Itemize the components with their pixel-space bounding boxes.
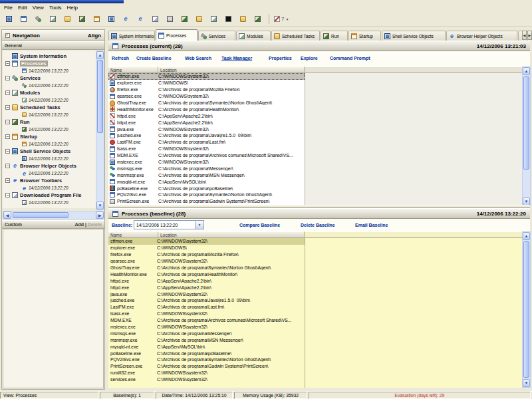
table-row[interactable]: PrintScreen.exeC:\Archivos de programa\G…: [108, 198, 305, 205]
sidebar-item-system-information[interactable]: System Information: [3, 53, 96, 60]
table-row[interactable]: GhostTray.exeC:\Archivos de programa\Sym…: [108, 100, 305, 106]
toolbar-button-8[interactable]: [104, 13, 118, 25]
menu-item-help[interactable]: Help: [66, 4, 82, 11]
table-row[interactable]: httpd.exeC:\AppServ\Apache2.2\bin\: [108, 119, 305, 126]
tree-expander-icon[interactable]: −: [5, 61, 10, 66]
tree-expander-icon[interactable]: −: [5, 178, 10, 183]
tab-processes[interactable]: Processes: [156, 29, 198, 41]
link-command-prompt[interactable]: Command Prompt: [330, 56, 370, 61]
column-header-location[interactable]: Location: [158, 66, 305, 73]
table-row[interactable]: HealthMonitor.exeC:\Archivos de programa…: [108, 271, 305, 277]
tree-item-date[interactable]: e14/12/2006 13:22:20: [3, 170, 96, 177]
table-row[interactable]: pcBaseline.exeC:\Archivos de programa\pc…: [108, 350, 305, 356]
tab-services[interactable]: Services: [198, 31, 235, 41]
sidebar-item-modules[interactable]: −Modules: [3, 89, 96, 96]
table-row[interactable]: msmsgs.exeC:\Archivos de programa\Messen…: [108, 165, 305, 172]
scroll-right-icon[interactable]: ▶: [96, 211, 104, 219]
link-task-manager[interactable]: Task Manager: [221, 56, 252, 61]
add-button[interactable]: Add: [75, 222, 84, 227]
toolbar-button-7[interactable]: [90, 13, 103, 25]
link-web-search[interactable]: Web Search: [185, 56, 211, 61]
table-row[interactable]: msnmsgr.exeC:\Archivos de programa\MSN M…: [108, 336, 305, 343]
tab-startup[interactable]: Startup: [348, 31, 381, 41]
tree-expander-icon[interactable]: −: [5, 120, 10, 124]
scrollbar-thumb[interactable]: [13, 212, 68, 218]
tree-item-date[interactable]: 14/12/2006 13:22:20: [3, 82, 96, 89]
table-row[interactable]: LastFM.exeC:\Archivos de programa\Last.f…: [108, 139, 305, 146]
table-row[interactable]: msnmsgr.exeC:\Archivos de programa\MSN M…: [108, 172, 305, 178]
toolbar-button-11[interactable]: [148, 13, 162, 25]
table-row[interactable]: msiexec.exeC:\WINDOWS\system32\: [108, 324, 305, 331]
toolbar-button-14[interactable]: [192, 13, 205, 25]
toolbar-button-1[interactable]: [2, 13, 15, 25]
toolbar-button-13[interactable]: [178, 13, 191, 25]
current-scrollbar-vertical[interactable]: ▲ ▼: [522, 66, 531, 206]
table-row[interactable]: LastFM.exeC:\Archivos de programa\Last.f…: [108, 304, 305, 311]
link-compare-baseline[interactable]: Compare Baseline: [239, 223, 280, 227]
sidebar-item-browser-helper-objects[interactable]: −eBrowser Helper Objects: [3, 162, 96, 170]
tab-scroll-right-button[interactable]: ▶: [527, 31, 532, 40]
table-row[interactable]: firefox.exeC:\Archivos de programa\Mozil…: [108, 251, 305, 258]
sidebar-item-startup[interactable]: −Startup: [3, 133, 96, 140]
tree-expander-icon[interactable]: −: [5, 76, 10, 80]
scroll-up-icon[interactable]: ▲: [523, 67, 530, 75]
sidebar-item-downloaded-program-file[interactable]: −Downloaded Program File: [3, 192, 96, 199]
sidebar-item-shell-service-objects[interactable]: −Shell Service Objects: [3, 148, 96, 155]
table-row[interactable]: PQV2iSvc.exeC:\Archivos de programa\Syma…: [108, 192, 305, 198]
table-row[interactable]: ctfmon.exeC:\WINDOWS\system32\: [108, 238, 305, 245]
menu-item-view[interactable]: View: [31, 4, 48, 11]
tree-item-date[interactable]: e14/12/2006 13:22:20: [3, 184, 96, 192]
tree-item-date[interactable]: 14/12/2006 13:22:20: [3, 155, 96, 162]
toolbar-button-4[interactable]: [46, 13, 59, 25]
tree-item-date[interactable]: 14/12/2006 13:22:20: [3, 140, 96, 148]
toolbar-button-6[interactable]: [75, 13, 88, 25]
column-header-name[interactable]: Name: [108, 66, 158, 73]
section-general[interactable]: General: [2, 41, 104, 50]
table-row[interactable]: mysqld-nt.exeC:\AppServ\MySQL\bin\: [108, 343, 305, 350]
toolbar-button-10[interactable]: e: [134, 13, 147, 25]
scroll-up-icon[interactable]: ▲: [523, 232, 530, 240]
column-header-name[interactable]: Name: [108, 231, 158, 238]
menu-item-file[interactable]: File: [3, 4, 17, 11]
table-row[interactable]: MDM.EXEC:\Archivos de programa\Archivos …: [108, 317, 305, 324]
scrollbar-thumb[interactable]: [97, 60, 103, 133]
column-header-location[interactable]: Location: [158, 231, 305, 238]
table-row[interactable]: explorer.exeC:\WINDOWS\: [108, 245, 305, 251]
tree-item-date[interactable]: 14/12/2006 13:22:20: [3, 199, 96, 206]
sidebar-item-processes[interactable]: −Processes: [3, 60, 96, 67]
table-row[interactable]: httpd.exeC:\AppServ\Apache2.2\bin\: [108, 284, 305, 291]
sidebar-item-services[interactable]: −Services: [3, 74, 96, 82]
toolbar-button-17[interactable]: [236, 13, 249, 25]
table-row[interactable]: msiexec.exeC:\WINDOWS\system32\: [108, 159, 305, 166]
tree-expander-icon[interactable]: −: [5, 149, 10, 154]
align-button[interactable]: Align: [88, 33, 101, 39]
table-row[interactable]: jusched.exeC:\Archivos de programa\Java\…: [108, 297, 305, 304]
table-row[interactable]: firefox.exeC:\Archivos de programa\Mozil…: [108, 86, 305, 93]
tab-scheduled-tasks[interactable]: Scheduled Tasks: [271, 31, 320, 41]
tab-run[interactable]: Run: [321, 31, 348, 41]
sidebar-item-scheduled-tasks[interactable]: −Scheduled Tasks: [3, 104, 96, 111]
table-row[interactable]: httpd.exeC:\AppServ\Apache2.2\bin\: [108, 112, 305, 119]
toolbar-button-15[interactable]: [207, 13, 220, 25]
scroll-left-icon[interactable]: ◀: [3, 211, 11, 219]
table-row[interactable]: java.exeC:\WINDOWS\system32\: [108, 126, 305, 132]
table-row[interactable]: gearsec.exeC:\WINDOWS\system32\: [108, 258, 305, 265]
tree-item-date[interactable]: 14/12/2006 13:22:20: [3, 126, 96, 133]
delete-button[interactable]: Delete: [88, 222, 102, 227]
tree-scrollbar-vertical[interactable]: ▲ ▼: [96, 51, 104, 210]
tree-item-date[interactable]: 14/12/2006 13:22:20: [3, 111, 96, 118]
link-delete-baseline[interactable]: Delete Baseline: [301, 223, 335, 227]
table-row[interactable]: msmsgs.exeC:\Archivos de programa\Messen…: [108, 330, 305, 336]
table-row[interactable]: PQV2iSvc.exeC:\Archivos de programa\Syma…: [108, 356, 305, 363]
table-row[interactable]: lsass.exeC:\WINDOWS\system32\: [108, 311, 305, 317]
link-explore[interactable]: Explore: [301, 56, 318, 61]
tab-shell-service-objects[interactable]: Shell Service Objects: [382, 31, 446, 41]
tree-item-date[interactable]: 14/12/2006 13:22:20: [3, 96, 96, 104]
scroll-down-icon[interactable]: ▼: [96, 201, 104, 209]
link-refresh[interactable]: Refresh: [112, 56, 129, 61]
sidebar-item-browser-toolbars[interactable]: −eBrowser Toolbars: [3, 177, 96, 184]
toolbar-button-2[interactable]: [17, 13, 30, 25]
tree-expander-icon[interactable]: −: [5, 134, 10, 139]
table-row[interactable]: httpd.exeC:\AppServ\Apache2.2\bin\: [108, 277, 305, 284]
scrollbar-thumb[interactable]: [523, 76, 529, 170]
